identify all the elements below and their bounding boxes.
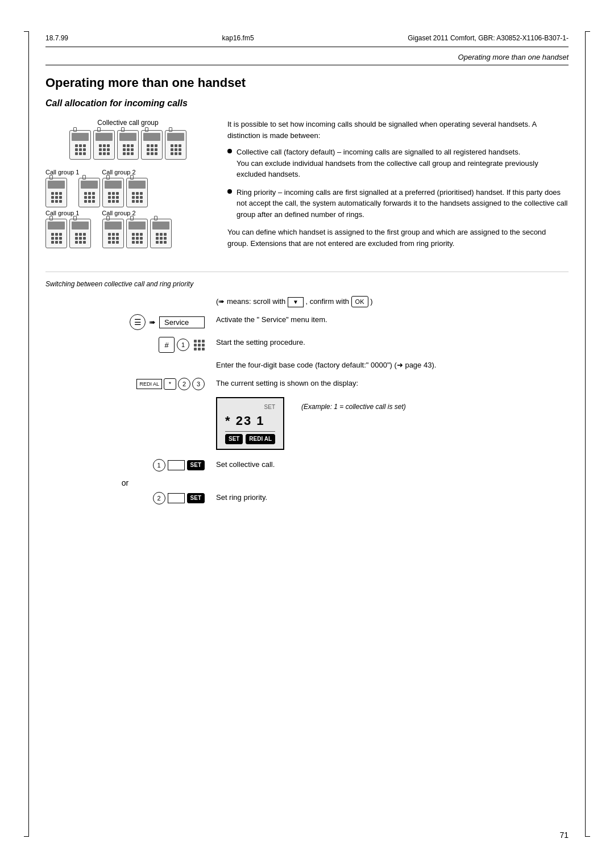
phone-4 [141, 130, 163, 160]
num-key-3a[interactable]: 3 [192, 378, 205, 390]
group-labels-2: Call group 1 Call group 2 [45, 210, 210, 216]
arrow-icon: ➠ [149, 318, 156, 327]
set-collective-text: Set collective call. [216, 459, 569, 470]
soft-key-blank1[interactable] [168, 460, 185, 470]
group2-phones [78, 178, 148, 207]
bullet-dot-1 [227, 149, 232, 153]
service-left: ☰ ➠ Service [45, 314, 216, 330]
display-set-label: SET [225, 434, 243, 444]
group-labels-1: Call group 1 Call group 2 [45, 169, 210, 176]
phone-1 [69, 130, 91, 160]
phone-5 [165, 130, 186, 160]
phone-2 [93, 130, 115, 160]
bullet-collective-text: Collective call (factory default) – inco… [237, 147, 569, 180]
phone-g2a [78, 178, 100, 207]
confirm-text: , confirm with [305, 297, 351, 306]
bullet2-text: Ring priority – incoming calls are first… [237, 187, 569, 220]
num-2-set[interactable]: 2 [153, 492, 165, 504]
collective-phones [45, 130, 210, 160]
redi-soft-key[interactable]: REDI AL [136, 379, 162, 389]
set-ring-text: Set ring priority. [216, 492, 569, 503]
bullet-collective: Collective call (factory default) – inco… [227, 147, 569, 180]
scroll-down-key[interactable]: ▼ [288, 297, 304, 307]
bullet1-title: Collective call (factory default) – inco… [237, 148, 520, 156]
main-title: Operating more than one handset [45, 76, 569, 90]
close-paren: ) [370, 297, 372, 306]
instruction-service: ☰ ➠ Service Activate the " Service" menu… [45, 314, 569, 330]
instruction-set-collective: 1 SET Set collective call. [45, 459, 569, 471]
asterisk-key[interactable]: * [164, 378, 176, 390]
or-row: or [45, 478, 569, 487]
display-number: * 23 1 [225, 411, 275, 430]
hash-key[interactable]: # [159, 337, 175, 353]
switching-label: Switching between collective call and ri… [45, 280, 569, 288]
set-collective-left: 1 SET [45, 459, 216, 471]
phone-g2c [126, 178, 148, 207]
phone-r2-g2c [150, 219, 172, 248]
redial-left: REDI AL * 2 3 [45, 378, 216, 390]
chapter-title-text: Operating more than one handset [458, 53, 569, 61]
instruction-scroll-note: (➠ means: scroll with ▼ , confirm with O… [45, 296, 569, 307]
scroll-note-right: (➠ means: scroll with ▼ , confirm with O… [216, 296, 569, 307]
display-softkeys: SET REDI AL [225, 434, 275, 444]
collective-label: Collective call group [45, 119, 210, 127]
phone-r2-g1b [69, 219, 91, 248]
phone-r2-g1a [45, 219, 67, 248]
start-procedure-text: Start the setting procedure. [216, 337, 569, 348]
keypad-icon [194, 340, 205, 350]
example-note: (Example: 1 = collective call is set) [301, 397, 406, 412]
content-area: Collective call group [45, 119, 569, 254]
group1b-phones [45, 219, 91, 248]
instruction-hash1: # 1 Start the setting procedure. [45, 337, 569, 353]
service-right: Activate the " Service" menu item. [216, 314, 569, 326]
display-redi-label: REDI AL [246, 434, 275, 444]
section-divider [45, 272, 569, 272]
bullet-ring: Ring priority – incoming calls are first… [227, 187, 569, 220]
diagrams-column: Collective call group [45, 119, 210, 254]
bullet-dot-2 [227, 189, 232, 194]
ok-key[interactable]: OK [351, 296, 368, 307]
group1-phone [45, 178, 67, 207]
service-box: Service [159, 316, 205, 328]
current-setting-text: The current setting is shown on the disp… [216, 378, 569, 389]
phone-r2-g2a [102, 219, 124, 248]
set-ring-left: 2 SET [45, 492, 216, 504]
num-key-2a[interactable]: 2 [178, 378, 190, 390]
phone-g1 [45, 178, 67, 207]
display-line [225, 431, 275, 432]
header-file: kap16.fm5 [222, 34, 254, 42]
bullet1-body: You can exclude individual handsets from… [237, 159, 538, 179]
instruction-redial: REDI AL * 2 3 The current setting is sho… [45, 378, 569, 390]
section-title: Call allocation for incoming calls [45, 98, 569, 108]
or-left: or [45, 478, 216, 487]
define-text: You can define which handset is assigned… [227, 227, 569, 249]
num-key-1[interactable]: 1 [177, 339, 189, 351]
num-1-set[interactable]: 1 [153, 459, 165, 471]
display-row: SET * 23 1 SET REDI AL (Example: 1 = col… [45, 397, 569, 450]
set-key-1[interactable]: SET [187, 460, 205, 470]
instruction-code: Enter the four-digit base code (factory … [45, 360, 569, 371]
page-number: 71 [559, 831, 569, 840]
call-groups-row2 [45, 219, 210, 248]
call-groups-row1 [45, 178, 210, 207]
text-column: It is possible to set how incoming calls… [227, 119, 569, 254]
display-mockup: SET * 23 1 SET REDI AL [216, 397, 284, 450]
or-label: or [122, 478, 128, 487]
scroll-note-text: (➠ means: scroll with [216, 297, 288, 306]
display-set-top: SET [225, 403, 275, 411]
display-right: SET * 23 1 SET REDI AL (Example: 1 = col… [216, 397, 569, 450]
group2b-phones [102, 219, 172, 248]
collective-call-diagram: Collective call group [45, 119, 210, 160]
menu-icon[interactable]: ☰ [130, 314, 146, 330]
phone-g2b [102, 178, 124, 207]
code-right: Enter the four-digit base code (factory … [216, 360, 569, 371]
header-date: 18.7.99 [45, 34, 68, 42]
set-key-2[interactable]: SET [187, 493, 205, 503]
page-header: 18.7.99 kap16.fm5 Gigaset 2011 Comfort, … [45, 34, 569, 47]
display-screen: SET * 23 1 SET REDI AL [216, 397, 284, 450]
phone-r2-g2b [126, 219, 148, 248]
soft-key-blank2[interactable] [168, 493, 185, 503]
instruction-set-ring: 2 SET Set ring priority. [45, 492, 569, 504]
header-product: Gigaset 2011 Comfort, GBR: A30852-X1106-… [408, 34, 569, 42]
intro-paragraph: It is possible to set how incoming calls… [227, 119, 569, 141]
